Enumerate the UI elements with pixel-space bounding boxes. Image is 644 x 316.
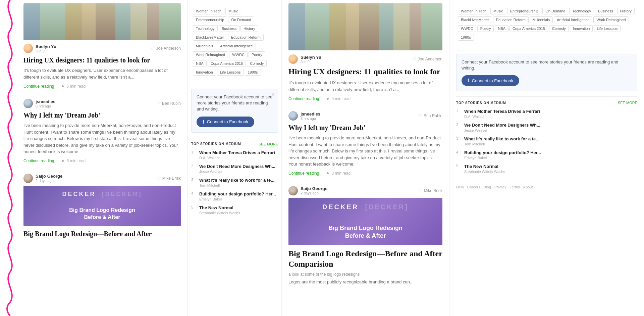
tag-item[interactable]: Education Reform xyxy=(228,34,264,41)
story-content-right: When Mother Teresa Drives a Ferrari D.A.… xyxy=(464,109,540,119)
continue-reading-ux-r[interactable]: Continue reading xyxy=(288,96,319,101)
story-number: 3 xyxy=(191,178,196,182)
article-card-logo-r: Saijo George 2 days ago ♡ Mike Brisk DEC… xyxy=(288,186,442,285)
article-image-logo: DECKER [DECKER] Big Brand Logo RedesignB… xyxy=(23,186,181,226)
tag-item-right[interactable]: Comedy xyxy=(549,25,569,32)
continue-reading-dream[interactable]: Continue reading xyxy=(23,159,54,163)
story-item[interactable]: 4 Building your design portfolio? Her...… xyxy=(191,191,278,201)
article-title-ux[interactable]: Hiring UX designers: 11 qualities to loo… xyxy=(23,56,181,64)
story-number-right: 5 xyxy=(456,164,461,168)
footer-link[interactable]: Careers xyxy=(467,185,480,189)
article-image-books-r xyxy=(288,3,442,50)
story-title-right: The New Normal xyxy=(464,164,505,169)
footer-link[interactable]: Help xyxy=(456,185,464,189)
see-more-button-right[interactable]: SEE MORE xyxy=(618,101,637,105)
left-article-panel: Suelyn Yu Jun 9 ♡ Joe Anderson Hiring UX… xyxy=(20,0,188,316)
tag-item[interactable]: 1980s xyxy=(245,69,261,76)
top-stories-list: 1 When Mother Teresa Drives a Ferrari D.… xyxy=(191,150,278,215)
tag-item[interactable]: History xyxy=(240,25,258,32)
story-item[interactable]: 5 The New Normal Stephanie Wittels Wachs xyxy=(191,205,278,215)
article-excerpt-dream-r: I've been meaning to provide more non-Me… xyxy=(288,135,442,168)
article-title-ux-r[interactable]: Hiring UX designers: 11 qualities to loo… xyxy=(288,66,442,77)
tag-item[interactable]: BlackLivesMatter xyxy=(193,34,227,41)
story-author: Jesse Weaver xyxy=(199,170,275,174)
facebook-close-button[interactable]: × xyxy=(271,92,274,98)
tag-item-right[interactable]: WWDC xyxy=(458,25,476,32)
facebook-connect-button-right[interactable]: f Connect to Facebook xyxy=(462,75,519,86)
story-number: 4 xyxy=(191,191,196,195)
story-item-right[interactable]: 1 When Mother Teresa Drives a Ferrari D.… xyxy=(456,109,637,119)
tag-item[interactable]: Comedy xyxy=(247,60,267,67)
tag-item[interactable]: Life Lessons xyxy=(217,69,244,76)
footer-link[interactable]: About xyxy=(523,185,533,189)
article-meta-logo: Saijo George 2 days ago ♡ Mike Brisk xyxy=(23,174,181,183)
continue-reading-ux[interactable]: Continue reading xyxy=(23,84,54,89)
story-item-right[interactable]: 4 Building your design portfolio? Her...… xyxy=(456,150,637,160)
tag-item[interactable]: Music xyxy=(225,8,241,14)
article-meta-logo-r: Saijo George 2 days ago ♡ Mike Brisk xyxy=(288,186,442,195)
article-title-logo[interactable]: Big Brand Logo Redesign—Before and After xyxy=(23,229,181,238)
story-item[interactable]: 1 When Mother Teresa Drives a Ferrari D.… xyxy=(191,150,278,160)
tag-item[interactable]: Work Reimagined xyxy=(193,51,228,58)
tag-item[interactable]: Poetry xyxy=(249,51,265,58)
tag-item-right[interactable]: NBA xyxy=(495,25,508,32)
article-title-dream[interactable]: Why I left my 'Dream Job' xyxy=(23,111,181,120)
story-item-right[interactable]: 5 The New Normal Stephanie Wittels Wachs xyxy=(456,164,637,174)
see-more-button[interactable]: SEE MORE xyxy=(259,142,278,146)
article-title-dream-r[interactable]: Why I left my 'Dream Job' xyxy=(288,123,442,132)
tag-item-right[interactable]: Artificial Intelligence xyxy=(554,16,592,23)
tag-item-right[interactable]: Music xyxy=(490,8,506,14)
tags-container-right: Women In TechMusicEntrepreneurshipOn Dem… xyxy=(456,3,637,45)
story-item[interactable]: 3 What it's really like to work for a te… xyxy=(191,178,278,187)
author-time-saijo: 2 days ago xyxy=(36,179,62,183)
author-info-jsneedles: jsneedles 8 hrs ago xyxy=(23,99,55,108)
tag-item-right[interactable]: Copa America 2015 xyxy=(509,25,548,32)
tag-item[interactable]: Women In Tech xyxy=(193,8,224,14)
tag-item-right[interactable]: Poetry xyxy=(477,25,494,32)
tag-item-right[interactable]: On Demand xyxy=(542,8,568,14)
tag-item-right[interactable]: Innovation xyxy=(570,25,593,32)
tag-item[interactable]: NBA xyxy=(193,60,207,67)
read-time-ux-r: 5 min read xyxy=(327,96,351,101)
story-item-right[interactable]: 2 We Don't Need More Designers Wh... Jes… xyxy=(456,123,637,132)
tag-item-right[interactable]: BlackLivesMatter xyxy=(458,16,492,23)
footer-link[interactable]: Terms xyxy=(510,185,520,189)
tag-item[interactable]: Innovation xyxy=(193,69,216,76)
tag-item[interactable]: Technology xyxy=(193,25,218,32)
tag-item[interactable]: On Demand xyxy=(228,16,254,23)
story-author-right: Stephanie Wittels Wachs xyxy=(464,170,505,174)
like-info-suelyn: ♡ Joe Anderson xyxy=(151,46,181,51)
tag-item[interactable]: WWDC xyxy=(229,51,248,58)
tag-item[interactable]: Artificial Intelligence xyxy=(217,43,256,49)
story-author-right: Tom Mitchell xyxy=(464,142,539,146)
tag-item-right[interactable]: Entrepreneurship xyxy=(507,8,541,14)
tag-item-right[interactable]: Women In Tech xyxy=(458,8,489,14)
article-card-dream-r: jsneedles 8 hrs ago ♡ Ben Rubin Why I le… xyxy=(288,111,442,176)
tag-item-right[interactable]: Work Reimagined xyxy=(593,16,629,23)
tag-item[interactable]: Millennials xyxy=(193,43,216,49)
footer-link[interactable]: Blog xyxy=(484,185,491,189)
tag-item-right[interactable]: Technology xyxy=(569,8,594,14)
tag-item[interactable]: Copa America 2015 xyxy=(208,60,246,67)
tag-item-right[interactable]: 1980s xyxy=(458,34,474,41)
article-title-logo-r[interactable]: Big Brand Logo Redesign—Before and After… xyxy=(288,249,442,269)
tag-item-right[interactable]: Millennials xyxy=(530,16,553,23)
facebook-connect-button[interactable]: f Connect to Facebook xyxy=(197,117,254,127)
tag-item[interactable]: Entrepreneurship xyxy=(193,16,227,23)
tag-item-right[interactable]: Life Lessons xyxy=(594,25,621,32)
tag-item-right[interactable]: Business xyxy=(595,8,616,14)
avatar-saijo-r xyxy=(288,186,298,195)
story-item[interactable]: 2 We Don't Need More Designers Wh... Jes… xyxy=(191,164,278,174)
article-excerpt-ux-r: It's tough to evaluate UX designers. Use… xyxy=(288,80,442,93)
tag-item-right[interactable]: History xyxy=(617,8,635,14)
story-content: What it's really like to work for a te..… xyxy=(199,178,274,187)
story-item-right[interactable]: 3 What it's really like to work for a te… xyxy=(456,136,637,146)
article-meta-dream-r: jsneedles 8 hrs ago ♡ Ben Rubin xyxy=(288,111,442,121)
read-time-dream: 8 min read xyxy=(62,159,86,163)
footer-link[interactable]: Privacy xyxy=(494,185,506,189)
liked-by-jsneedles-r: Ben Rubin xyxy=(424,114,442,118)
story-content: Building your design portfolio? Her... E… xyxy=(199,191,276,201)
tag-item[interactable]: Business xyxy=(219,25,240,32)
tag-item-right[interactable]: Education Reform xyxy=(493,16,529,23)
continue-reading-dream-r[interactable]: Continue reading xyxy=(288,171,319,176)
